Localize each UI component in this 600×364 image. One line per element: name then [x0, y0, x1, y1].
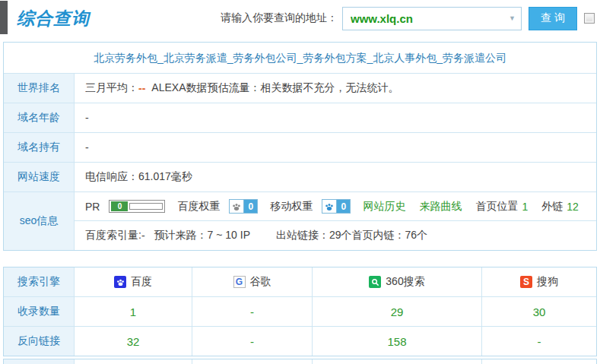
google-g-icon: G — [233, 276, 246, 288]
row-label-domain-holder: 域名持有 — [4, 133, 75, 162]
engine-360: 360搜索 — [313, 267, 482, 296]
domain-holder-value: - — [75, 133, 596, 162]
engine-sogou: S 搜狗 — [482, 267, 596, 296]
query-button[interactable]: 查 询 — [529, 7, 577, 30]
traffic-curve-link[interactable]: 来路曲线 — [419, 200, 462, 214]
row-label-indexed: 收录数量 — [4, 297, 75, 326]
chevron-down-icon[interactable]: ▼ — [509, 14, 516, 22]
backlinks-360[interactable]: 158 — [387, 335, 406, 348]
world-rank-prefix: 三月平均： — [85, 81, 138, 95]
site-speed-value: 电信响应：61.017毫秒 — [75, 163, 596, 191]
sogou-s-icon: S — [520, 276, 532, 288]
indexed-sogou[interactable]: 30 — [533, 305, 546, 318]
mobile-weight-value: 0 — [336, 200, 350, 213]
world-rank-note: ALEXA数据预估流量：相关数据不充分，无法统计。 — [151, 81, 398, 95]
backlinks-google: - — [250, 335, 254, 348]
page-title: 综合查询 — [17, 7, 90, 30]
table-row-domain-age: 域名年龄 - — [4, 103, 596, 133]
engine-name: 360搜索 — [386, 275, 424, 289]
indexed-baidu[interactable]: 1 — [130, 305, 136, 318]
next-table-top-edge — [3, 359, 597, 364]
baidu-weight-label: 百度权重 — [177, 200, 220, 214]
world-rank-dashes: -- — [138, 82, 145, 94]
row-label-world-rank: 世界排名 — [4, 74, 75, 103]
outlink-label: 外链 — [541, 200, 563, 214]
backlinks-baidu[interactable]: 32 — [127, 335, 140, 348]
domain-age-value: - — [75, 103, 596, 132]
site-history-link[interactable]: 网站历史 — [363, 200, 405, 214]
header: 综合查询 请输入你要查询的地址： ▼ 查 询 — [0, 0, 600, 36]
search-label: 请输入你要查询的地址： — [221, 11, 338, 25]
engine-name: 百度 — [131, 275, 152, 289]
checkbox[interactable] — [584, 13, 595, 24]
outbound-links: 出站链接：29个首页内链：76个 — [276, 229, 427, 242]
row-label-seo: seo信息 — [4, 192, 75, 250]
backlinks-sogou: - — [538, 335, 541, 348]
pr-value-badge: 0 — [111, 201, 128, 211]
estimated-traffic: 预计来路：7 ~ 10 IP — [154, 229, 250, 242]
table-row-seo: seo信息 PR 0 百度权重 0 移动权重 — [4, 192, 596, 250]
site-title: 北京劳务外包_北京劳务派遣_劳务外包公司_劳务外包方案_北京人事外包_劳务派遣公… — [4, 43, 596, 74]
engine-header-row: 搜索引擎 百度 G 谷歌 360搜索 S 搜狗 — [4, 267, 596, 297]
pr-label: PR — [85, 201, 100, 213]
mobile-weight-label: 移动权重 — [270, 200, 313, 214]
header-accent-bar — [0, 1, 8, 34]
baidu-index-value: - — [141, 229, 145, 242]
baidu-paw-icon — [114, 276, 126, 288]
seo-content: PR 0 百度权重 0 移动权重 0 — [75, 192, 596, 250]
row-label-domain-age: 域名年龄 — [4, 103, 75, 132]
indexed-360[interactable]: 29 — [391, 305, 404, 318]
pr-meter: 0 — [109, 200, 165, 213]
table-row-domain-holder: 域名持有 - — [4, 133, 596, 163]
engine-name: 谷歌 — [250, 275, 271, 289]
row-label-site-speed: 网站速度 — [4, 163, 75, 191]
seo-line-2: 百度索引量: - 预计来路：7 ~ 10 IP 出站链接：29个首页内链：76个 — [75, 221, 596, 250]
baidu-weight-badge[interactable]: 0 — [229, 199, 258, 214]
360-magnifier-icon — [369, 276, 381, 288]
indexed-count-row: 收录数量 1 - 29 30 — [4, 297, 596, 327]
engine-baidu: 百度 — [75, 267, 192, 296]
search-input-wrap: ▼ — [342, 7, 522, 30]
mobile-weight-badge[interactable]: 0 — [322, 199, 351, 214]
table-row-world-rank: 世界排名 三月平均： -- ALEXA数据预估流量：相关数据不充分，无法统计。 — [4, 74, 596, 103]
table-row-site-speed: 网站速度 电信响应：61.017毫秒 — [4, 163, 596, 192]
baidu-index-label: 百度索引量: — [85, 229, 141, 242]
home-position-value[interactable]: 1 — [522, 201, 528, 213]
backlinks-row: 反向链接 32 - 158 - — [4, 327, 596, 356]
paw-icon — [230, 200, 243, 213]
outlink-value[interactable]: 12 — [567, 201, 579, 213]
engine-table: 搜索引擎 百度 G 谷歌 360搜索 S 搜狗 收录数量 1 - 29 30 反 — [3, 267, 597, 356]
paw-icon — [322, 200, 336, 213]
seo-line-1: PR 0 百度权重 0 移动权重 0 — [75, 192, 596, 221]
world-rank-value: 三月平均： -- ALEXA数据预估流量：相关数据不充分，无法统计。 — [75, 74, 596, 103]
search-area: 请输入你要查询的地址： ▼ 查 询 — [221, 6, 595, 30]
pr-track — [129, 203, 163, 210]
row-label-backlinks: 反向链接 — [4, 327, 75, 356]
row-label-search-engines: 搜索引擎 — [4, 267, 75, 296]
engine-name: 搜狗 — [537, 275, 558, 289]
baidu-weight-value: 0 — [243, 200, 257, 213]
info-table: 北京劳务外包_北京劳务派遣_劳务外包公司_劳务外包方案_北京人事外包_劳务派遣公… — [3, 42, 597, 251]
engine-google: G 谷歌 — [192, 267, 313, 296]
indexed-google: - — [250, 305, 254, 318]
search-input[interactable] — [343, 8, 521, 30]
home-position-label: 首页位置 — [475, 200, 518, 214]
